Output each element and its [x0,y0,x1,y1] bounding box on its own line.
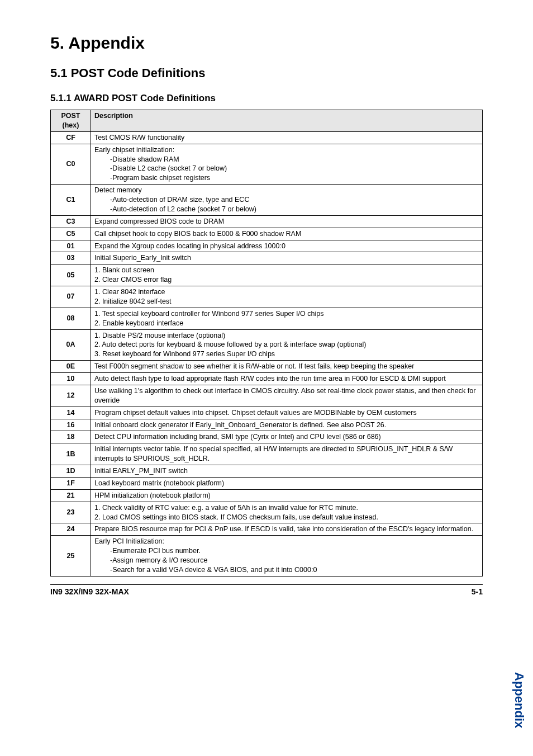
post-code-cell: 21 [51,489,91,502]
footer-model: IN9 32X/IN9 32X-MAX [50,587,129,596]
description-cell: Initial Superio_Early_Init switch [91,252,483,264]
table-row: 231. Check validity of RTC value: e.g. a… [51,502,483,523]
table-row: C5Call chipset hook to copy BIOS back to… [51,228,483,240]
table-row: 24Prepare BIOS resource map for PCI & Pn… [51,523,483,536]
description-cell: 1. Check validity of RTC value: e.g. a v… [91,502,483,523]
post-code-cell: C1 [51,185,91,216]
description-cell: 1. Disable PS/2 mouse interface (optiona… [91,329,483,361]
table-row: C0Early chipset initialization:-Disable … [51,144,483,185]
description-cell: Call chipset hook to copy BIOS back to E… [91,228,483,240]
table-row: 1DInitial EARLY_PM_INIT switch [51,465,483,478]
post-code-cell: C3 [51,215,91,228]
post-code-cell: 14 [51,407,91,419]
subsection-title: 5.1.1 AWARD POST Code Definitions [50,93,483,104]
table-row: 16Initial onboard clock generator if Ear… [51,419,483,431]
post-code-table: POST (hex) Description CFTest CMOS R/W f… [50,110,483,577]
description-cell: Detect memory-Auto-detection of DRAM siz… [91,185,483,216]
description-cell: Prepare BIOS resource map for PCI & PnP … [91,523,483,536]
table-row: 1BInitial interrupts vector table. If no… [51,443,483,465]
description-cell: Auto detect flash type to load appropria… [91,373,483,385]
post-code-cell: 03 [51,252,91,264]
description-cell: Detect CPU information including brand, … [91,431,483,443]
post-code-cell: 23 [51,502,91,523]
chapter-title: 5. Appendix [50,34,483,53]
table-row: 10Auto detect flash type to load appropr… [51,373,483,385]
description-cell: Early chipset initialization:-Disable sh… [91,144,483,185]
post-code-cell: 08 [51,308,91,329]
description-cell: Early PCI Initialization:-Enumerate PCI … [91,536,483,577]
description-cell: Program chipset default values into chip… [91,407,483,419]
table-row: 12Use walking 1's algorithm to check out… [51,385,483,407]
description-cell: 1. Blank out screen2. Clear CMOS error f… [91,264,483,286]
description-cell: Use walking 1's algorithm to check out i… [91,385,483,407]
table-row: 0A1. Disable PS/2 mouse interface (optio… [51,329,483,361]
table-row: 071. Clear 8042 interface2. Initialize 8… [51,286,483,308]
table-row: C1Detect memory-Auto-detection of DRAM s… [51,185,483,216]
description-cell: Expand compressed BIOS code to DRAM [91,215,483,228]
post-code-cell: 1D [51,465,91,478]
post-code-cell: 07 [51,286,91,308]
description-cell: Initial interrupts vector table. If no s… [91,443,483,465]
description-cell: Test F000h segment shadow to see whether… [91,361,483,373]
post-code-cell: 18 [51,431,91,443]
description-cell: 1. Test special keyboard controller for … [91,308,483,329]
description-cell: 1. Clear 8042 interface2. Initialize 804… [91,286,483,308]
post-code-cell: 16 [51,419,91,431]
section-title: 5.1 POST Code Definitions [50,66,483,81]
table-header-description: Description [91,110,483,132]
table-row: 01Expand the Xgroup codes locating in ph… [51,240,483,252]
table-row: 051. Blank out screen2. Clear CMOS error… [51,264,483,286]
description-cell: Expand the Xgroup codes locating in phys… [91,240,483,252]
post-code-cell: 24 [51,523,91,536]
description-cell: Initial onboard clock generator if Early… [91,419,483,431]
post-code-cell: 0E [51,361,91,373]
side-tab-appendix: Appendix [512,672,526,728]
post-code-cell: 01 [51,240,91,252]
post-code-cell: 25 [51,536,91,577]
table-row: CFTest CMOS R/W functionality [51,131,483,144]
table-row: C3Expand compressed BIOS code to DRAM [51,215,483,228]
post-code-cell: 10 [51,373,91,385]
table-row: 25Early PCI Initialization:-Enumerate PC… [51,536,483,577]
description-cell: Initial EARLY_PM_INIT switch [91,465,483,478]
table-row: 14Program chipset default values into ch… [51,407,483,419]
table-row: 1FLoad keyboard matrix (notebook platfor… [51,477,483,489]
table-header-post: POST (hex) [51,110,91,132]
description-cell: HPM initialization (notebook platform) [91,489,483,502]
description-cell: Test CMOS R/W functionality [91,131,483,144]
post-code-cell: 1B [51,443,91,465]
table-row: 081. Test special keyboard controller fo… [51,308,483,329]
footer-page-number: 5-1 [472,587,483,596]
table-row: 03Initial Superio_Early_Init switch [51,252,483,264]
table-row: 21HPM initialization (notebook platform) [51,489,483,502]
post-code-cell: 0A [51,329,91,361]
table-row: 0ETest F000h segment shadow to see wheth… [51,361,483,373]
post-code-cell: C0 [51,144,91,185]
page-footer: IN9 32X/IN9 32X-MAX 5-1 [50,584,483,596]
post-code-cell: CF [51,131,91,144]
table-row: 18Detect CPU information including brand… [51,431,483,443]
header-text: (hex) [63,121,79,129]
description-cell: Load keyboard matrix (notebook platform) [91,477,483,489]
post-code-cell: 05 [51,264,91,286]
post-code-cell: 1F [51,477,91,489]
header-text: POST [61,112,80,120]
post-code-cell: 12 [51,385,91,407]
post-code-cell: C5 [51,228,91,240]
